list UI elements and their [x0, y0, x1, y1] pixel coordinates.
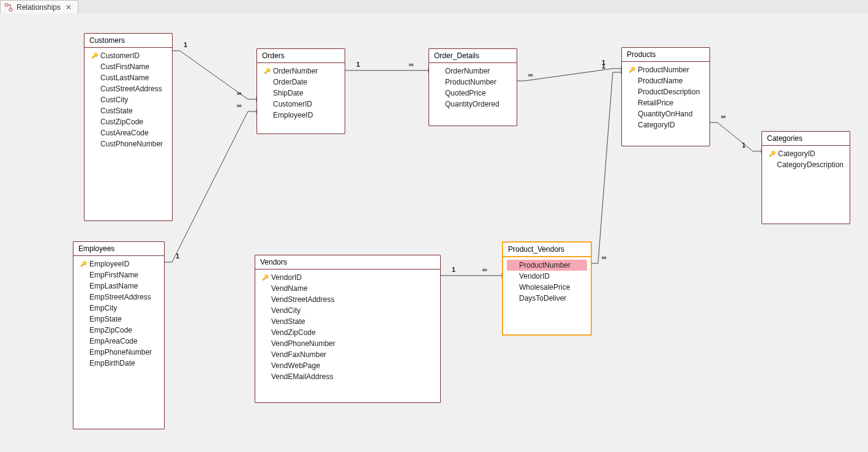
field-QuotedPrice[interactable]: QuotedPrice [433, 88, 513, 99]
table-title[interactable]: Orders [257, 49, 345, 63]
field-CategoryID[interactable]: CategoryID [626, 119, 706, 130]
field-name: VendState [271, 317, 305, 326]
field-name: CategoryDescription [777, 160, 844, 169]
field-VendWebPage[interactable]: VendWebPage [259, 360, 436, 371]
field-name: EmpBirthDate [89, 359, 135, 367]
field-CustState[interactable]: CustState [88, 105, 168, 116]
field-name: CustPhoneNumber [100, 140, 163, 148]
field-EmpBirthDate[interactable]: EmpBirthDate [77, 358, 160, 369]
field-ProductNumber[interactable]: ProductNumber [507, 260, 587, 271]
field-EmpPhoneNumber[interactable]: EmpPhoneNumber [77, 347, 160, 358]
relationships-window: Relationships ✕ Customers🔑CustomerIDCust… [0, 0, 868, 452]
field-EmpLastName[interactable]: EmpLastName [77, 281, 160, 292]
field-VendorID[interactable]: 🔑VendorID [259, 272, 436, 283]
field-ProductNumber[interactable]: 🔑ProductNumber [626, 64, 706, 75]
field-VendState[interactable]: VendState [259, 316, 436, 327]
field-QuantityOrdered[interactable]: QuantityOrdered [433, 99, 513, 110]
field-name: EmpState [89, 315, 122, 323]
field-name: VendWebPage [271, 361, 320, 370]
field-ProductNumber[interactable]: ProductNumber [433, 77, 513, 88]
field-EmployeeID[interactable]: EmployeeID [261, 110, 341, 121]
field-VendEMailAddress[interactable]: VendEMailAddress [259, 371, 436, 382]
field-EmpState[interactable]: EmpState [77, 314, 160, 325]
field-CustStreetAddress[interactable]: CustStreetAddress [88, 83, 168, 94]
field-VendName[interactable]: VendName [259, 283, 436, 294]
field-ShipDate[interactable]: ShipDate [261, 88, 341, 99]
field-name: VendEMailAddress [271, 372, 333, 381]
field-CustLastName[interactable]: CustLastName [88, 72, 168, 83]
table-title[interactable]: Categories [762, 132, 850, 146]
field-VendFaxNumber[interactable]: VendFaxNumber [259, 349, 436, 360]
cardinality-label: 1 [742, 141, 746, 149]
field-name: EmpAreaCode [89, 337, 138, 345]
close-icon[interactable]: ✕ [64, 3, 73, 12]
field-OrderNumber[interactable]: OrderNumber [433, 66, 513, 77]
table-title[interactable]: Vendors [255, 255, 440, 269]
tab-relationships[interactable]: Relationships ✕ [0, 0, 78, 15]
field-CustomerID[interactable]: CustomerID [261, 99, 341, 110]
field-CategoryDescription[interactable]: CategoryDescription [766, 159, 846, 170]
field-EmpCity[interactable]: EmpCity [77, 303, 160, 314]
table-title[interactable]: Order_Details [429, 49, 517, 63]
field-name: OrderDate [273, 78, 307, 86]
table-orders[interactable]: Orders🔑OrderNumberOrderDateShipDateCusto… [256, 48, 345, 134]
cardinality-label: ∞ [482, 266, 487, 273]
field-WholesalePrice[interactable]: WholesalePrice [507, 282, 587, 293]
field-list: 🔑CustomerIDCustFirstNameCustLastNameCust… [84, 48, 172, 154]
table-vendors[interactable]: Vendors🔑VendorIDVendNameVendStreetAddres… [255, 255, 441, 403]
field-ProductName[interactable]: ProductName [626, 75, 706, 86]
table-title[interactable]: Employees [73, 242, 164, 256]
field-CustAreaCode[interactable]: CustAreaCode [88, 127, 168, 138]
field-list: 🔑OrderNumberOrderDateShipDateCustomerIDE… [257, 63, 345, 126]
field-DaysToDeliver[interactable]: DaysToDeliver [507, 293, 587, 304]
primary-key-icon: 🔑 [263, 68, 271, 74]
field-CustCity[interactable]: CustCity [88, 94, 168, 105]
field-VendStreetAddress[interactable]: VendStreetAddress [259, 294, 436, 305]
table-products[interactable]: Products🔑ProductNumberProductNameProduct… [621, 47, 710, 146]
field-OrderDate[interactable]: OrderDate [261, 77, 341, 88]
field-name: RetailPrice [638, 99, 673, 107]
field-name: EmpFirstName [89, 271, 138, 279]
primary-key-icon: 🔑 [80, 261, 87, 267]
field-CategoryID[interactable]: 🔑CategoryID [766, 148, 846, 159]
field-name: VendFaxNumber [271, 350, 326, 359]
cardinality-label: ∞ [602, 254, 607, 261]
table-order_details[interactable]: Order_DetailsOrderNumberProductNumberQuo… [428, 48, 517, 126]
table-title[interactable]: Customers [84, 34, 172, 48]
field-CustFirstName[interactable]: CustFirstName [88, 61, 168, 72]
cardinality-label: 1 [356, 61, 360, 68]
cardinality-label: ∞ [409, 61, 414, 68]
table-title[interactable]: Products [622, 48, 709, 62]
field-EmpFirstName[interactable]: EmpFirstName [77, 269, 160, 281]
field-ProductDescription[interactable]: ProductDescription [626, 86, 706, 97]
field-name: OrderNumber [273, 67, 318, 75]
field-EmpStreetAddress[interactable]: EmpStreetAddress [77, 292, 160, 303]
field-name: CustZipCode [100, 118, 143, 126]
field-RetailPrice[interactable]: RetailPrice [626, 97, 706, 108]
field-CustZipCode[interactable]: CustZipCode [88, 116, 168, 127]
field-EmployeeID[interactable]: 🔑EmployeeID [77, 258, 160, 269]
table-customers[interactable]: Customers🔑CustomerIDCustFirstNameCustLas… [84, 33, 173, 221]
field-list: 🔑VendorIDVendNameVendStreetAddressVendCi… [255, 269, 440, 387]
field-CustPhoneNumber[interactable]: CustPhoneNumber [88, 138, 168, 149]
field-name: DaysToDeliver [519, 294, 566, 303]
field-VendPhoneNumber[interactable]: VendPhoneNumber [259, 338, 436, 349]
field-OrderNumber[interactable]: 🔑OrderNumber [261, 66, 341, 77]
primary-key-icon: 🔑 [261, 274, 269, 281]
field-EmpAreaCode[interactable]: EmpAreaCode [77, 336, 160, 347]
diagram-canvas[interactable]: Customers🔑CustomerIDCustFirstNameCustLas… [0, 13, 868, 452]
field-name: ProductNumber [445, 78, 496, 86]
table-product_vendors[interactable]: Product_VendorsProductNumberVendorIDWhol… [502, 241, 592, 336]
table-employees[interactable]: Employees🔑EmployeeIDEmpFirstNameEmpLastN… [73, 241, 165, 429]
cardinality-label: ∞ [237, 102, 242, 109]
field-list: 🔑EmployeeIDEmpFirstNameEmpLastNameEmpStr… [73, 256, 164, 374]
field-CustomerID[interactable]: 🔑CustomerID [88, 50, 168, 61]
field-QuantityOnHand[interactable]: QuantityOnHand [626, 108, 706, 119]
table-categories[interactable]: Categories🔑CategoryIDCategoryDescription [761, 131, 850, 224]
field-VendZipCode[interactable]: VendZipCode [259, 327, 436, 338]
field-name: CustLastName [100, 73, 149, 82]
table-title[interactable]: Product_Vendors [503, 243, 591, 257]
field-VendCity[interactable]: VendCity [259, 305, 436, 316]
field-VendorID[interactable]: VendorID [507, 271, 587, 282]
field-EmpZipCode[interactable]: EmpZipCode [77, 325, 160, 336]
